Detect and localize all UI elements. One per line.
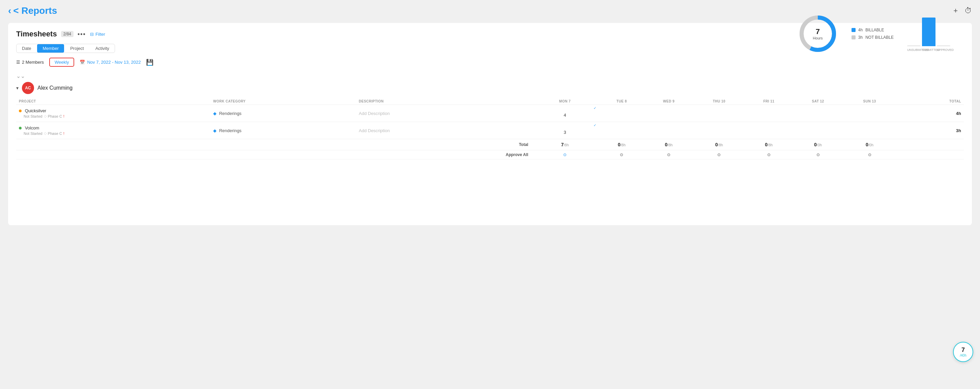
collapse-icon[interactable]: ▾ xyxy=(16,85,19,91)
hours-mon-val-2: 3 xyxy=(533,126,596,135)
tab-project[interactable]: Project xyxy=(65,44,89,52)
project-cell-2: Volcom Not Started ◇ Phase C ! xyxy=(16,122,210,139)
float-badge-num: 7 xyxy=(961,346,965,354)
bullet-2: ◆ xyxy=(213,128,216,133)
date-range-picker[interactable]: 📅 Nov 7, 2022 - Nov 13, 2022 xyxy=(80,60,141,65)
col-mon: MON 7 xyxy=(531,98,599,105)
bar-label-approved: APPROVED xyxy=(937,48,950,52)
filter-button[interactable]: ⊟ Filter xyxy=(90,32,105,37)
tab-group: Date Member Project Activity xyxy=(16,44,115,53)
members-filter-button[interactable]: ☰ 2 Members xyxy=(16,60,44,65)
hours-fri-1[interactable] xyxy=(745,105,792,122)
tab-date[interactable]: Date xyxy=(16,44,37,52)
hours-thu-2[interactable] xyxy=(693,122,745,139)
clock-icon[interactable]: ⏱ xyxy=(964,6,972,15)
description-cell-1[interactable]: Add Description xyxy=(356,105,531,122)
hours-mon-1[interactable]: ✓ 4 xyxy=(531,105,599,122)
bar-approved xyxy=(937,46,950,46)
members-count: 2 Members xyxy=(22,60,44,65)
bar-submitted xyxy=(922,17,935,46)
more-button[interactable]: ••• xyxy=(78,31,86,38)
hours-thu-1[interactable] xyxy=(693,105,745,122)
hours-wed-1[interactable] xyxy=(644,105,693,122)
description-cell-2[interactable]: Add Description xyxy=(356,122,531,139)
col-total: TOTAL xyxy=(896,98,964,105)
total-total xyxy=(896,139,964,150)
billable-legend: 4h BILLABLE xyxy=(851,28,894,32)
avatar-initials: AC xyxy=(25,86,31,91)
chart-area: 7 Hours 4h BILLABLE 3h NOT BILLABLE xyxy=(797,13,950,54)
expand-all-button[interactable]: ⌄⌄ xyxy=(16,73,964,79)
content-area: Timesheets 2/84 ••• ⊟ Filter 7 xyxy=(8,23,972,225)
approve-fri[interactable]: ⊙ xyxy=(745,150,792,159)
hours-fri-2[interactable] xyxy=(745,122,792,139)
chart-legend: 4h BILLABLE 3h NOT BILLABLE xyxy=(851,28,894,40)
hours-mon-2[interactable]: ✓ 3 xyxy=(531,122,599,139)
period-selector[interactable]: Weekly xyxy=(49,58,74,67)
project-cell-1: Quicksilver Not Started ◇ Phase C ! xyxy=(16,105,210,122)
total-sun-sub: /0h xyxy=(869,143,873,147)
project-phase-1: Phase C xyxy=(48,114,62,118)
tab-member[interactable]: Member xyxy=(37,44,64,52)
table-row: Quicksilver Not Started ◇ Phase C ! ◆ xyxy=(16,105,964,122)
approve-thu[interactable]: ⊙ xyxy=(693,150,745,159)
avatar: AC xyxy=(22,82,34,94)
project-meta-1: Not Started ◇ Phase C ! xyxy=(19,114,208,118)
add-icon[interactable]: + xyxy=(953,6,958,15)
col-sun: SUN 13 xyxy=(843,98,896,105)
diamond-icon-1: ◇ xyxy=(44,114,46,118)
approve-mon[interactable]: ⊙ xyxy=(531,150,599,159)
page: ‹ < Reports + ⏱ Timesheets 2/84 ••• ⊟ Fi… xyxy=(0,0,980,389)
total-tue-sub: /8h xyxy=(620,143,625,147)
timesheets-badge: 2/84 xyxy=(61,31,73,37)
approve-row: Approve All ⊙ ⊙ ⊙ ⊙ ⊙ ⊙ ⊙ xyxy=(16,150,964,159)
member-row[interactable]: ▾ AC Alex Cumming xyxy=(16,82,964,94)
col-thu: THU 10 xyxy=(693,98,745,105)
not-billable-dot xyxy=(851,35,856,40)
save-icon[interactable]: 💾 xyxy=(146,59,153,66)
total-wed-sub: /8h xyxy=(667,143,673,147)
hours-sat-1[interactable] xyxy=(792,105,843,122)
hours-label: Hours xyxy=(813,36,822,40)
table-row: Volcom Not Started ◇ Phase C ! ◆ Rend xyxy=(16,122,964,139)
hours-sun-2[interactable] xyxy=(843,122,896,139)
project-dot-2 xyxy=(19,127,22,129)
approve-sun[interactable]: ⊙ xyxy=(843,150,896,159)
bullet-1: ◆ xyxy=(213,111,216,116)
hours-tue-2[interactable] xyxy=(599,122,644,139)
hours-sat-2[interactable] xyxy=(792,122,843,139)
date-range-label: Nov 7, 2022 - Nov 13, 2022 xyxy=(87,60,141,65)
not-billable-hours: 3h xyxy=(858,35,863,40)
project-name-label-1: Quicksilver xyxy=(25,108,46,113)
donut-chart: 7 Hours xyxy=(797,13,838,54)
bar-chart-bars xyxy=(907,16,950,46)
col-description: DESCRIPTION xyxy=(356,98,531,105)
total-thu-sub: /8h xyxy=(718,143,723,147)
billable-label: BILLABLE xyxy=(865,28,884,32)
hours-tue-1[interactable] xyxy=(599,105,644,122)
approve-sat[interactable]: ⊙ xyxy=(792,150,843,159)
total-mon-sub: /8h xyxy=(563,143,569,147)
bar-label-unsubmitted: UNSUBMITTED xyxy=(907,48,921,52)
total-sat-main: 0 xyxy=(814,142,817,147)
total-row: Total 7/8h 0/8h 0/8h 0/8h xyxy=(16,139,964,150)
approve-tue[interactable]: ⊙ xyxy=(599,150,644,159)
project-name-1: Quicksilver xyxy=(19,108,208,113)
work-category-1: ◆ Renderings xyxy=(210,105,356,122)
float-badge: 7 /40h xyxy=(953,342,973,362)
project-phase-2: Phase C xyxy=(48,132,62,135)
total-wed: 0/8h xyxy=(644,139,693,150)
tab-activity[interactable]: Activity xyxy=(90,44,115,52)
hamburger-icon: ☰ xyxy=(16,60,20,65)
total-1: 4h xyxy=(896,105,964,122)
col-fri: FRI 11 xyxy=(745,98,792,105)
total-mon: 7/8h xyxy=(531,139,599,150)
controls-row: ☰ 2 Members Weekly 📅 Nov 7, 2022 - Nov 1… xyxy=(16,58,964,67)
reports-back-button[interactable]: ‹ < Reports xyxy=(8,5,57,16)
total-thu: 0/8h xyxy=(693,139,745,150)
hours-sun-1[interactable] xyxy=(843,105,896,122)
hours-wed-2[interactable] xyxy=(644,122,693,139)
approve-wed[interactable]: ⊙ xyxy=(644,150,693,159)
timesheet-table: PROJECT WORK CATEGORY DESCRIPTION MON 7 … xyxy=(16,98,964,159)
bar-unsubmitted xyxy=(907,46,921,46)
